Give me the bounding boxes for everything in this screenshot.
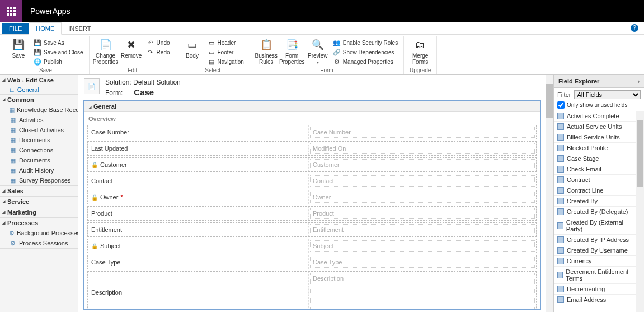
tab-file[interactable]: FILE	[2, 23, 29, 34]
explorer-field[interactable]: Created By Username	[554, 245, 636, 256]
form-field[interactable]: DescriptionDescription	[87, 271, 537, 310]
form-field[interactable]: ProductProduct	[87, 206, 537, 221]
tree-item[interactable]: ▦Connections	[0, 145, 78, 155]
chevron-right-icon[interactable]: ›	[638, 78, 640, 85]
tree-sales[interactable]: Sales	[0, 186, 78, 196]
tree-marketing[interactable]: Marketing	[0, 207, 78, 217]
help-icon[interactable]: ?	[631, 24, 638, 32]
group-edit-label: Edit	[93, 67, 172, 74]
unused-checkbox[interactable]	[557, 101, 565, 109]
process-icon: ⚙	[9, 239, 17, 247]
tree-item[interactable]: ⚙Background Processes	[0, 228, 78, 238]
navigation-button[interactable]: ▤Navigation	[206, 57, 245, 66]
field-icon	[557, 272, 563, 278]
explorer-field[interactable]: Blocked Profile	[554, 143, 636, 153]
waffle-icon	[7, 7, 16, 16]
save-button[interactable]: 💾 Save	[6, 37, 31, 60]
security-roles-button[interactable]: 👥Enable Security Roles	[332, 38, 399, 47]
tree-item[interactable]: ▦Documents	[0, 155, 78, 165]
tree-processes[interactable]: Processes	[0, 218, 78, 228]
explorer-field[interactable]: Actual Service Units	[554, 122, 636, 132]
form-properties-button[interactable]: 📑 Form Properties	[279, 37, 305, 66]
explorer-field[interactable]: Billed Service Units	[554, 132, 636, 143]
explorer-field[interactable]: Currency	[554, 256, 636, 267]
field-placeholder[interactable]: Customer	[310, 159, 535, 170]
form-field[interactable]: EntitlementEntitlement	[87, 222, 537, 237]
field-icon	[557, 208, 564, 215]
field-placeholder[interactable]: Owner	[310, 192, 535, 203]
waffle-launcher[interactable]	[0, 0, 22, 22]
field-placeholder[interactable]: Case Number	[310, 127, 535, 138]
save-as-button[interactable]: 💾Save As	[32, 38, 84, 47]
change-properties-button[interactable]: 📄 Change Properties	[93, 37, 119, 66]
required-star-icon: *	[120, 194, 123, 201]
field-placeholder[interactable]: Entitlement	[310, 224, 535, 235]
explorer-field[interactable]: Decrement Entitlement Terms	[554, 267, 636, 284]
tree-item[interactable]: ▦Knowledge Base Reco...	[0, 105, 78, 115]
saveas-icon: 💾	[34, 39, 41, 46]
managed-properties-button[interactable]: ⚙Managed Properties	[332, 57, 399, 66]
tree-item[interactable]: ⚙Process Sessions	[0, 238, 78, 248]
form-field[interactable]: Last UpdatedModified On	[87, 141, 537, 156]
canvas-scrollbar[interactable]	[546, 75, 553, 312]
save-close-button[interactable]: 💾Save and Close	[32, 48, 84, 57]
undo-button[interactable]: ↶Undo	[145, 38, 171, 47]
tab-insert[interactable]: INSERT	[62, 23, 97, 34]
show-dependencies-button[interactable]: 🔗Show Dependencies	[332, 48, 399, 57]
tree-item[interactable]: ▦Audit History	[0, 165, 78, 175]
tree-service[interactable]: Service	[0, 197, 78, 207]
tree-general[interactable]: ∟General	[0, 85, 78, 94]
explorer-field[interactable]: Created By (External Party)	[554, 217, 636, 235]
field-placeholder[interactable]: Subject	[310, 240, 535, 252]
tree-item[interactable]: ▦Documents	[0, 135, 78, 145]
form-field[interactable]: 🔒CustomerCustomer	[87, 157, 537, 172]
tree-web-edit[interactable]: Web - Edit Case	[0, 75, 78, 85]
field-placeholder[interactable]: Contact	[310, 175, 535, 187]
body-button[interactable]: ▭ Body	[180, 37, 205, 60]
filter-select[interactable]: All Fields	[574, 90, 641, 99]
section-general[interactable]: General	[84, 101, 540, 112]
field-icon	[557, 145, 564, 151]
form-field[interactable]: Case NumberCase Number	[87, 125, 537, 139]
form-field[interactable]: 🔒Owner*Owner	[87, 190, 537, 204]
footer-button[interactable]: ▭Footer	[206, 48, 245, 57]
publish-button[interactable]: 🌐Publish	[32, 57, 84, 66]
form-field[interactable]: Case TypeCase Type	[87, 255, 537, 269]
explorer-field[interactable]: Contract Line	[554, 185, 636, 196]
explorer-field[interactable]: Decrementing	[554, 284, 636, 295]
header-button[interactable]: ▭Header	[206, 38, 245, 47]
field-placeholder[interactable]: Product	[310, 208, 535, 219]
explorer-field[interactable]: Check Email	[554, 164, 636, 175]
form-canvas[interactable]: General Overview Case NumberCase NumberL…	[83, 100, 541, 310]
form-field[interactable]: ContactContact	[87, 174, 537, 188]
explorer-field[interactable]: Case Stage	[554, 153, 636, 164]
explorer-field[interactable]: Created By IP Address	[554, 235, 636, 245]
merge-forms-button[interactable]: 🗂 Merge Forms	[407, 37, 433, 66]
form-field[interactable]: 🔒SubjectSubject	[87, 239, 537, 253]
explorer-field[interactable]: Email Address	[554, 295, 636, 305]
preview-button[interactable]: 🔍 Preview ▾	[305, 37, 331, 67]
explorer-field[interactable]: Created By	[554, 196, 636, 207]
field-placeholder[interactable]: Description	[310, 273, 535, 310]
field-placeholder[interactable]: Modified On	[310, 143, 535, 154]
field-list-scrollbar[interactable]	[636, 111, 644, 312]
unused-label[interactable]: Only show unused fields	[567, 102, 627, 108]
explorer-field[interactable]: Created By (Delegate)	[554, 207, 636, 217]
tab-home[interactable]: HOME	[29, 22, 62, 35]
tree-item[interactable]: ▦Closed Activities	[0, 125, 78, 135]
field-placeholder[interactable]: Case Type	[310, 257, 535, 268]
field-icon	[557, 123, 564, 130]
redo-button[interactable]: ↷Redo	[145, 48, 171, 57]
remove-button[interactable]: ✖ Remove	[119, 37, 144, 60]
field-icon	[557, 187, 564, 194]
business-rules-button[interactable]: 📋 Business Rules	[253, 37, 279, 66]
tree-item[interactable]: ▦Survey Responses	[0, 175, 78, 185]
group-select-label: Select	[180, 67, 246, 74]
entity-icon: ▦	[9, 106, 15, 114]
field-label: Entitlement	[91, 226, 122, 233]
tree-common[interactable]: Common	[0, 95, 78, 105]
tree-item[interactable]: ▦Activities	[0, 115, 78, 125]
explorer-field[interactable]: Activities Complete	[554, 111, 636, 122]
footer-icon: ▭	[208, 48, 215, 56]
explorer-field[interactable]: Contract	[554, 175, 636, 185]
